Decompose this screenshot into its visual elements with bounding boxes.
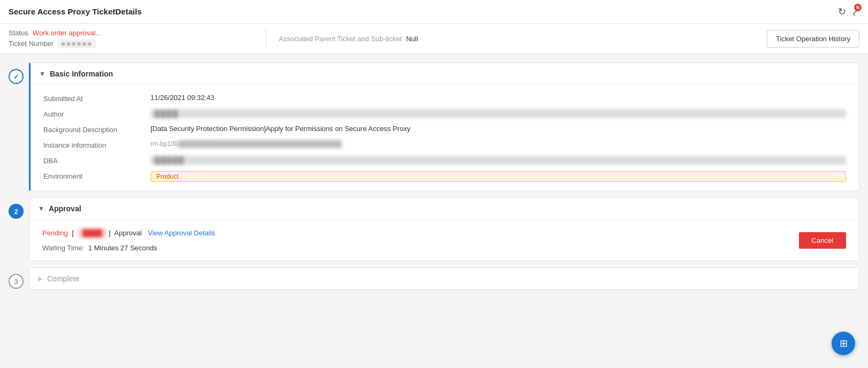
view-approval-link[interactable]: View Approval Details: [148, 229, 215, 237]
share-button[interactable]: ⤤ N: [851, 6, 859, 18]
waiting-label: Waiting Time:: [42, 244, 84, 252]
dba-label: DBA: [43, 156, 150, 165]
approval-body: Pending [████] Approval View Approval De…: [29, 220, 859, 260]
instance-blurred: ████████████████████████████████████: [178, 140, 342, 148]
pending-label: Pending: [42, 229, 68, 237]
associated-label: Associated Parent Ticket and Sub-ticket: [279, 35, 402, 43]
submitted-at-value: 11/26/2021 09:32:43: [150, 94, 846, 102]
approval-wrapper: 2 ▼ Approval Pending [████] Approval Vie…: [9, 197, 859, 261]
complete-card: ▶ Complete: [29, 267, 859, 290]
refresh-icon: ↻: [838, 6, 846, 17]
associated-row: Associated Parent Ticket and Sub-ticket …: [279, 35, 767, 43]
waiting-value: 1 Minutes 27 Seconds: [88, 244, 157, 252]
collapse-approval-icon: ▼: [38, 205, 44, 212]
bg-desc-value: [Data Security Protection Permission]App…: [150, 125, 846, 133]
associated-section: Associated Parent Ticket and Sub-ticket …: [279, 35, 767, 43]
basic-info-grid: Submitted At 11/26/2021 09:32:43 Author …: [43, 94, 846, 182]
notification-badge: N: [854, 4, 862, 11]
status-row: Status Work order approval...: [9, 29, 253, 37]
author-value: ████: [150, 109, 846, 118]
env-badge: Product: [150, 171, 846, 182]
associated-value: Null: [406, 35, 418, 43]
basic-info-card: ▼ Basic Information Submitted At 11/26/2…: [29, 63, 859, 191]
pending-left: Pending [████] Approval View Approval De…: [42, 228, 215, 252]
basic-info-header[interactable]: ▼ Basic Information: [31, 63, 859, 85]
ticket-history-button[interactable]: Ticket Operation History: [767, 30, 859, 48]
ticket-row: Ticket Number ■■■■■■: [9, 39, 253, 48]
ticket-number: ■■■■■■: [58, 39, 96, 48]
bg-desc-label: Background Description: [43, 125, 150, 134]
step-1-indicator: ✓: [9, 69, 24, 84]
step-2-indicator: 2: [9, 204, 24, 219]
step-3-number: 3: [14, 278, 18, 286]
waiting-time-row: Waiting Time: 1 Minutes 27 Seconds: [42, 244, 215, 252]
instance-prefix: rm-bp100: [150, 140, 178, 148]
page-header: Secure Access Proxy TicketDetails ↻ ⤤ N: [0, 0, 868, 24]
refresh-button[interactable]: ↻: [838, 6, 846, 18]
status-value: Work order approval...: [33, 29, 101, 37]
page-title: Secure Access Proxy TicketDetails: [9, 7, 141, 16]
step-2-number: 2: [14, 208, 18, 216]
instance-label: Instance information: [43, 140, 150, 149]
dba-value: █████: [150, 156, 846, 165]
pending-row: Pending [████] Approval View Approval De…: [42, 228, 846, 252]
approval-text: Approval: [114, 229, 141, 237]
approval-title: Approval: [49, 204, 81, 213]
check-icon: ✓: [13, 73, 19, 81]
complete-wrapper: 3 ▶ Complete: [9, 267, 859, 290]
approver-name: ████: [78, 228, 107, 237]
complete-header[interactable]: ▶ Complete: [29, 268, 859, 289]
complete-title: Complete: [47, 274, 79, 283]
author-label: Author: [43, 109, 150, 118]
approval-card: ▼ Approval Pending [████] Approval View …: [29, 197, 859, 261]
env-label: Environment: [43, 171, 150, 180]
cancel-button[interactable]: Cancel: [799, 232, 846, 249]
basic-info-wrapper: ✓ ▼ Basic Information Submitted At 11/26…: [9, 63, 859, 191]
status-bar: Status Work order approval... Ticket Num…: [0, 24, 868, 54]
submitted-at-label: Submitted At: [43, 94, 150, 103]
basic-info-body: Submitted At 11/26/2021 09:32:43 Author …: [31, 85, 859, 190]
basic-info-title: Basic Information: [50, 70, 113, 78]
header-actions: ↻ ⤤ N: [838, 6, 859, 18]
instance-value: rm-bp100████████████████████████████████…: [150, 140, 846, 148]
expand-complete-icon: ▶: [38, 275, 43, 282]
step-3-indicator: 3: [9, 274, 24, 289]
status-label: Status: [9, 29, 28, 37]
collapse-icon: ▼: [39, 70, 46, 78]
status-section: Status Work order approval... Ticket Num…: [9, 29, 266, 48]
main-content: ✓ ▼ Basic Information Submitted At 11/26…: [0, 54, 868, 298]
pending-info-row: Pending [████] Approval View Approval De…: [42, 228, 215, 237]
approval-header[interactable]: ▼ Approval: [29, 198, 859, 220]
ticket-label: Ticket Number: [9, 40, 54, 48]
